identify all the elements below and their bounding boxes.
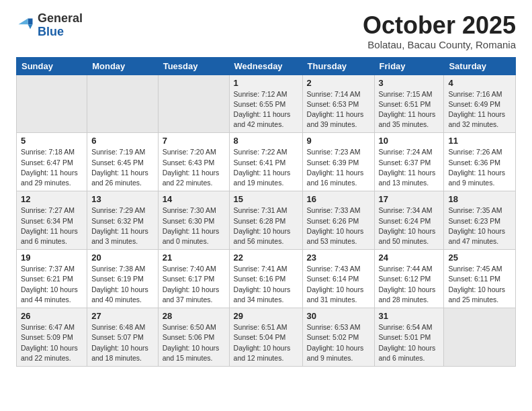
day-number: 13 (91, 194, 154, 204)
day-info: Sunrise: 6:54 AM Sunset: 5:01 PM Dayligh… (379, 322, 440, 363)
calendar-day-cell: 8Sunrise: 7:22 AM Sunset: 6:41 PM Daylig… (229, 133, 302, 191)
day-number: 15 (234, 194, 298, 204)
day-info: Sunrise: 6:48 AM Sunset: 5:07 PM Dayligh… (91, 322, 154, 363)
day-number: 23 (307, 253, 370, 263)
logo-icon (16, 16, 35, 35)
day-info: Sunrise: 7:19 AM Sunset: 6:45 PM Dayligh… (91, 147, 154, 188)
day-info: Sunrise: 7:30 AM Sunset: 6:30 PM Dayligh… (163, 205, 225, 246)
day-number: 9 (307, 136, 370, 146)
calendar-week-row: 1Sunrise: 7:12 AM Sunset: 6:55 PM Daylig… (17, 75, 516, 133)
day-number: 6 (91, 136, 154, 146)
calendar-day-cell (17, 75, 87, 133)
calendar-day-cell: 26Sunrise: 6:47 AM Sunset: 5:09 PM Dayli… (17, 308, 87, 367)
day-info: Sunrise: 7:24 AM Sunset: 6:37 PM Dayligh… (379, 147, 440, 188)
calendar-day-cell (444, 308, 516, 367)
day-number: 7 (163, 136, 225, 146)
calendar-day-cell: 20Sunrise: 7:38 AM Sunset: 6:19 PM Dayli… (87, 250, 159, 308)
day-info: Sunrise: 7:37 AM Sunset: 6:21 PM Dayligh… (21, 264, 83, 305)
day-info: Sunrise: 6:53 AM Sunset: 5:02 PM Dayligh… (307, 322, 370, 363)
svg-marker-1 (19, 18, 28, 24)
day-number: 17 (379, 194, 440, 204)
calendar-week-row: 5Sunrise: 7:18 AM Sunset: 6:47 PM Daylig… (17, 133, 516, 191)
calendar-day-cell: 9Sunrise: 7:23 AM Sunset: 6:39 PM Daylig… (302, 133, 374, 191)
day-number: 2 (307, 78, 370, 88)
calendar-day-cell: 13Sunrise: 7:29 AM Sunset: 6:32 PM Dayli… (87, 191, 159, 250)
day-info: Sunrise: 7:44 AM Sunset: 6:12 PM Dayligh… (379, 264, 440, 305)
calendar-day-cell: 10Sunrise: 7:24 AM Sunset: 6:37 PM Dayli… (374, 133, 444, 191)
day-info: Sunrise: 7:16 AM Sunset: 6:49 PM Dayligh… (448, 89, 511, 130)
day-info: Sunrise: 7:40 AM Sunset: 6:17 PM Dayligh… (163, 264, 225, 305)
calendar-day-cell: 23Sunrise: 7:43 AM Sunset: 6:14 PM Dayli… (302, 250, 374, 308)
calendar-day-cell: 29Sunrise: 6:51 AM Sunset: 5:04 PM Dayli… (229, 308, 302, 367)
day-number: 3 (379, 78, 440, 88)
day-info: Sunrise: 7:22 AM Sunset: 6:41 PM Dayligh… (234, 147, 298, 188)
svg-marker-2 (28, 24, 33, 29)
day-number: 27 (91, 311, 154, 321)
calendar-day-cell (87, 75, 159, 133)
calendar-table: SundayMondayTuesdayWednesdayThursdayFrid… (16, 57, 516, 367)
calendar-day-cell: 17Sunrise: 7:34 AM Sunset: 6:24 PM Dayli… (374, 191, 444, 250)
day-number: 26 (21, 311, 83, 321)
title-block: October 2025 Bolatau, Bacau County, Roma… (363, 12, 516, 50)
day-number: 25 (448, 253, 511, 263)
day-info: Sunrise: 6:51 AM Sunset: 5:04 PM Dayligh… (234, 322, 298, 363)
calendar-day-cell: 28Sunrise: 6:50 AM Sunset: 5:06 PM Dayli… (158, 308, 229, 367)
logo: GeneralBlue (16, 12, 83, 39)
calendar-day-cell: 6Sunrise: 7:19 AM Sunset: 6:45 PM Daylig… (87, 133, 159, 191)
day-number: 20 (91, 253, 154, 263)
day-info: Sunrise: 6:50 AM Sunset: 5:06 PM Dayligh… (163, 322, 225, 363)
location: Bolatau, Bacau County, Romania (363, 39, 516, 50)
weekday-header: Wednesday (229, 57, 302, 75)
day-info: Sunrise: 7:34 AM Sunset: 6:24 PM Dayligh… (379, 205, 440, 246)
day-info: Sunrise: 7:29 AM Sunset: 6:32 PM Dayligh… (91, 205, 154, 246)
calendar-day-cell: 25Sunrise: 7:45 AM Sunset: 6:11 PM Dayli… (444, 250, 516, 308)
day-info: Sunrise: 7:43 AM Sunset: 6:14 PM Dayligh… (307, 264, 370, 305)
calendar-day-cell: 14Sunrise: 7:30 AM Sunset: 6:30 PM Dayli… (158, 191, 229, 250)
calendar-day-cell: 5Sunrise: 7:18 AM Sunset: 6:47 PM Daylig… (17, 133, 87, 191)
calendar-day-cell: 1Sunrise: 7:12 AM Sunset: 6:55 PM Daylig… (229, 75, 302, 133)
day-info: Sunrise: 7:35 AM Sunset: 6:23 PM Dayligh… (448, 205, 511, 246)
day-info: Sunrise: 7:12 AM Sunset: 6:55 PM Dayligh… (234, 89, 298, 130)
calendar-day-cell: 3Sunrise: 7:15 AM Sunset: 6:51 PM Daylig… (374, 75, 444, 133)
calendar-day-cell: 27Sunrise: 6:48 AM Sunset: 5:07 PM Dayli… (87, 308, 159, 367)
day-number: 29 (234, 311, 298, 321)
day-number: 31 (379, 311, 440, 321)
day-info: Sunrise: 7:41 AM Sunset: 6:16 PM Dayligh… (234, 264, 298, 305)
calendar-day-cell: 18Sunrise: 7:35 AM Sunset: 6:23 PM Dayli… (444, 191, 516, 250)
day-number: 22 (234, 253, 298, 263)
day-number: 8 (234, 136, 298, 146)
logo-text: GeneralBlue (38, 12, 83, 39)
day-number: 28 (163, 311, 225, 321)
day-info: Sunrise: 7:27 AM Sunset: 6:34 PM Dayligh… (21, 205, 83, 246)
day-number: 30 (307, 311, 370, 321)
day-number: 24 (379, 253, 440, 263)
day-number: 1 (234, 78, 298, 88)
day-number: 19 (21, 253, 83, 263)
weekday-header: Friday (374, 57, 444, 75)
calendar-week-row: 26Sunrise: 6:47 AM Sunset: 5:09 PM Dayli… (17, 308, 516, 367)
day-number: 14 (163, 194, 225, 204)
day-number: 5 (21, 136, 83, 146)
calendar-day-cell: 19Sunrise: 7:37 AM Sunset: 6:21 PM Dayli… (17, 250, 87, 308)
day-info: Sunrise: 7:26 AM Sunset: 6:36 PM Dayligh… (448, 147, 511, 188)
calendar-day-cell: 24Sunrise: 7:44 AM Sunset: 6:12 PM Dayli… (374, 250, 444, 308)
day-info: Sunrise: 6:47 AM Sunset: 5:09 PM Dayligh… (21, 322, 83, 363)
svg-marker-0 (28, 18, 33, 24)
day-info: Sunrise: 7:23 AM Sunset: 6:39 PM Dayligh… (307, 147, 370, 188)
calendar-week-row: 12Sunrise: 7:27 AM Sunset: 6:34 PM Dayli… (17, 191, 516, 250)
day-number: 12 (21, 194, 83, 204)
calendar-day-cell: 12Sunrise: 7:27 AM Sunset: 6:34 PM Dayli… (17, 191, 87, 250)
day-info: Sunrise: 7:38 AM Sunset: 6:19 PM Dayligh… (91, 264, 154, 305)
day-info: Sunrise: 7:33 AM Sunset: 6:26 PM Dayligh… (307, 205, 370, 246)
calendar-header-row: SundayMondayTuesdayWednesdayThursdayFrid… (17, 57, 516, 75)
day-info: Sunrise: 7:45 AM Sunset: 6:11 PM Dayligh… (448, 264, 511, 305)
calendar-day-cell: 15Sunrise: 7:31 AM Sunset: 6:28 PM Dayli… (229, 191, 302, 250)
calendar-day-cell (158, 75, 229, 133)
weekday-header: Sunday (17, 57, 87, 75)
day-number: 16 (307, 194, 370, 204)
day-info: Sunrise: 7:14 AM Sunset: 6:53 PM Dayligh… (307, 89, 370, 130)
day-number: 21 (163, 253, 225, 263)
day-number: 10 (379, 136, 440, 146)
day-number: 11 (448, 136, 511, 146)
calendar-day-cell: 21Sunrise: 7:40 AM Sunset: 6:17 PM Dayli… (158, 250, 229, 308)
